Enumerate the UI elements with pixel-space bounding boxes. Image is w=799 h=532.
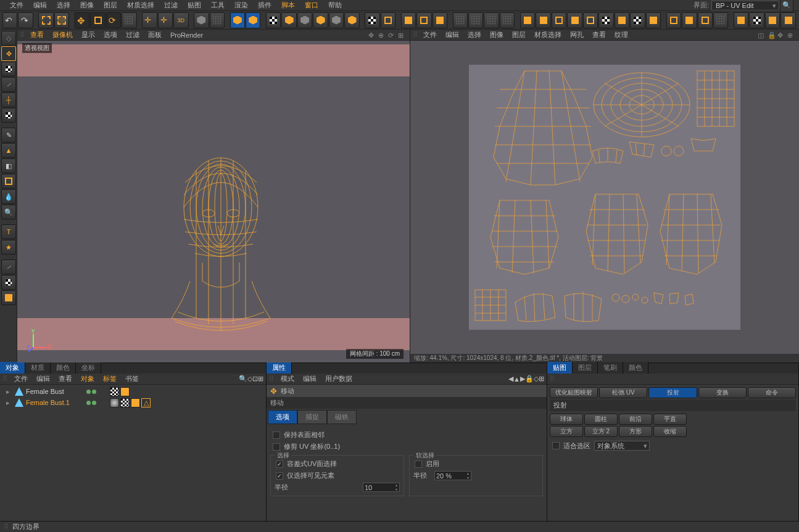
om-tag[interactable]: 标签 — [99, 374, 121, 383]
a4-button[interactable] — [713, 12, 728, 28]
om-opt3-icon[interactable]: ⊞ — [258, 375, 263, 383]
chk-tolerant-uv[interactable] — [276, 460, 283, 468]
menu-select[interactable]: 选择 — [52, 1, 75, 10]
attr-nav-up-icon[interactable]: ▲ — [513, 375, 520, 383]
grid1-button[interactable] — [453, 12, 468, 28]
menu-texture[interactable]: 贴图 — [183, 1, 206, 10]
om-tab-material[interactable]: 材质 — [25, 362, 51, 374]
axis-x-button[interactable] — [142, 12, 157, 28]
t2-button[interactable] — [536, 12, 550, 28]
uv1-button[interactable] — [401, 12, 416, 28]
a2-button[interactable] — [682, 12, 697, 28]
vp-nav2-icon[interactable]: ⊕ — [378, 31, 387, 39]
attr-tab-magnet[interactable]: 磁铁 — [327, 410, 357, 424]
object-name[interactable]: Female Bust — [26, 388, 81, 395]
search-icon[interactable]: 🔍 — [780, 0, 793, 12]
cube5-button[interactable] — [344, 12, 359, 28]
om-tab-object[interactable]: 对象 — [0, 362, 25, 374]
attr-opt-icon[interactable]: ◇ — [534, 375, 539, 383]
ltool-star-icon[interactable]: ★ — [1, 240, 16, 255]
menu-tools[interactable]: 工具 — [206, 1, 230, 10]
grip-icon[interactable]: ⠿ — [2, 375, 7, 383]
rectselect-button[interactable] — [54, 12, 69, 28]
grip-icon[interactable]: ⠿ — [269, 375, 274, 383]
om-file[interactable]: 文件 — [10, 374, 32, 383]
uv-file[interactable]: 文件 — [419, 30, 441, 39]
redo-button[interactable] — [18, 12, 33, 28]
chk-clip-uv[interactable] — [273, 443, 280, 451]
btn-cylinder[interactable]: 圆柱 — [584, 414, 618, 425]
scale-button[interactable] — [90, 12, 105, 28]
b1-button[interactable] — [734, 12, 748, 28]
vp-camera[interactable]: 摄像机 — [48, 30, 77, 39]
ltool-eraser-icon[interactable]: ◧ — [1, 158, 16, 173]
chk1-button[interactable] — [266, 12, 281, 28]
coord-button[interactable] — [194, 12, 209, 28]
object-row[interactable]: ▸ Female Bust.1 △ — [1, 397, 265, 408]
btn-sphere[interactable]: 球体 — [550, 414, 583, 425]
uv-lock-icon[interactable]: 🔒 — [768, 31, 776, 39]
btn-square[interactable]: 方形 — [619, 426, 652, 437]
b2-button[interactable] — [749, 12, 764, 28]
uv-view[interactable]: 查看 — [588, 30, 610, 39]
grip-icon[interactable]: ⠿ — [20, 31, 23, 39]
ltool-move-icon[interactable]: ✥ — [1, 46, 16, 61]
ltool-brush-icon[interactable]: ✎ — [1, 128, 16, 142]
om-view[interactable]: 查看 — [54, 374, 77, 383]
attr-edit[interactable]: 编辑 — [299, 374, 321, 383]
om-edit[interactable]: 编辑 — [32, 374, 54, 383]
ltool-picker-icon[interactable]: ⟋ — [1, 260, 16, 274]
uv-mesh[interactable]: 网孔 — [566, 30, 588, 39]
tag-icon[interactable] — [131, 398, 140, 407]
uv-nav3-icon[interactable]: ✥ — [777, 31, 786, 39]
axis-3d-button[interactable]: 3D — [173, 12, 188, 28]
btn-flat[interactable]: 平直 — [653, 414, 687, 425]
radius-input[interactable]: 10▴▾ — [363, 483, 400, 492]
btn-relax-uv[interactable]: 松弛 UV — [599, 387, 647, 398]
uv-texture[interactable]: 纹理 — [610, 30, 632, 39]
t7-button[interactable] — [615, 12, 629, 28]
expand-icon[interactable]: ▸ — [6, 399, 12, 407]
t9-button[interactable] — [646, 12, 661, 28]
ltool-text-icon[interactable]: T — [1, 224, 16, 239]
ltool-chk2-icon[interactable] — [1, 275, 16, 290]
menu-plugins[interactable]: 插件 — [253, 1, 276, 10]
uv-edit[interactable]: 编辑 — [441, 30, 463, 39]
ltool-zoom-icon[interactable]: 🔍 — [1, 205, 16, 219]
grid3-button[interactable] — [484, 12, 499, 28]
chk-soft-enable[interactable] — [415, 460, 422, 468]
uvchk-button[interactable] — [365, 12, 379, 28]
grid2-button[interactable] — [468, 12, 483, 28]
tag-icon[interactable] — [110, 387, 119, 396]
menu-file[interactable]: 文件 — [5, 1, 28, 10]
a1-button[interactable] — [666, 12, 681, 28]
cube3-button[interactable] — [313, 12, 328, 28]
uvsq-button[interactable] — [381, 12, 395, 28]
vp-display[interactable]: 显示 — [77, 30, 99, 39]
uv-nav4-icon[interactable]: ⊕ — [787, 31, 796, 39]
vp-nav4-icon[interactable]: ⊞ — [398, 31, 407, 39]
tag-icon[interactable] — [110, 398, 119, 407]
object-row[interactable]: ▸ Female Bust — [1, 386, 265, 397]
ltool-texture-icon[interactable] — [1, 62, 16, 76]
menu-window[interactable]: 窗口 — [300, 1, 323, 10]
t4-button[interactable] — [567, 12, 582, 28]
btn-projection[interactable]: 投射 — [648, 387, 697, 398]
grip-icon[interactable]: ⠿ — [550, 375, 555, 383]
tex-tab-layer[interactable]: 图层 — [573, 362, 598, 374]
render-button[interactable] — [230, 12, 245, 28]
vp-view[interactable]: 查看 — [26, 30, 48, 39]
om-tab-coord[interactable]: 坐标 — [76, 362, 101, 374]
plane-button[interactable] — [210, 12, 225, 28]
grip-icon[interactable]: ⠿ — [4, 523, 9, 531]
tag-icon[interactable] — [120, 398, 130, 407]
ltool-swatch-icon[interactable] — [1, 290, 16, 305]
tex-tab-texture[interactable]: 贴图 — [547, 362, 573, 374]
tex-tab-brush[interactable]: 笔刷 — [598, 362, 623, 374]
menu-edit[interactable]: 编辑 — [28, 1, 52, 10]
a3-button[interactable] — [698, 12, 713, 28]
attr-nav-fwd-icon[interactable]: ▶ — [520, 375, 525, 383]
attr-new-icon[interactable]: ⊞ — [539, 375, 544, 383]
grip-icon[interactable]: ⠿ — [413, 31, 416, 39]
object-name[interactable]: Female Bust.1 — [26, 399, 81, 406]
